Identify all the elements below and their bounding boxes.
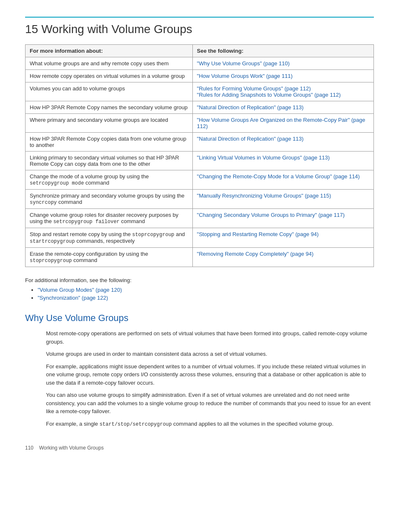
table-link[interactable]: "Manually Resynchronizing Volume Groups"… (197, 193, 331, 199)
table-cell-right: "Manually Resynchronizing Volume Groups"… (192, 190, 373, 209)
chapter-title-text: Working with Volume Groups (41, 23, 192, 36)
table-link[interactable]: "Removing Remote Copy Completely" (page … (197, 251, 314, 257)
info-table: For more information about: See the foll… (25, 44, 374, 267)
footer: 110 Working with Volume Groups (25, 445, 374, 451)
table-cell-right: "Removing Remote Copy Completely" (page … (192, 248, 373, 267)
table-cell-right: "How Volume Groups Work" (page 111) (192, 70, 373, 82)
table-cell-left: Change the mode of a volume group by usi… (26, 170, 193, 190)
why-use-heading: Why Use Volume Groups (25, 313, 374, 324)
table-row: Stop and restart remote copy by using th… (26, 228, 374, 248)
table-cell-left: Synchronize primary and secondary volume… (26, 190, 193, 209)
table-cell-right: "Stopping and Restarting Remote Copy" (p… (192, 228, 373, 248)
table-row: What volume groups are and why remote co… (26, 57, 374, 70)
why-paragraph: You can also use volume groups to simpli… (46, 391, 374, 416)
why-paragraph: Most remote-copy operations are performe… (46, 329, 374, 346)
page-title: 15 Working with Volume Groups (25, 17, 374, 36)
table-header-right: See the following: (192, 45, 373, 57)
table-link[interactable]: "Natural Direction of Replication" (page… (197, 104, 304, 111)
table-row: Where primary and secondary volume group… (26, 114, 374, 133)
table-row: How HP 3PAR Remote Copy names the second… (26, 101, 374, 114)
chapter-number: 15 (25, 23, 41, 36)
table-row: How remote copy operates on virtual volu… (26, 70, 374, 82)
table-cell-right: "Linking Virtual Volumes in Volume Group… (192, 152, 373, 170)
table-link[interactable]: "Rules for Forming Volume Groups" (page … (197, 85, 311, 92)
table-cell-right: "Rules for Forming Volume Groups" (page … (192, 82, 373, 101)
additional-link[interactable]: "Volume Group Modes" (page 120) (38, 287, 122, 293)
table-link[interactable]: "Stopping and Restarting Remote Copy" (p… (197, 231, 319, 237)
table-cell-left: Linking primary to secondary virtual vol… (26, 152, 193, 170)
table-row: How HP 3PAR Remote Copy copies data from… (26, 133, 374, 152)
table-cell-left: How HP 3PAR Remote Copy names the second… (26, 101, 193, 114)
table-link[interactable]: "Linking Virtual Volumes in Volume Group… (197, 154, 330, 161)
footer-section: Working with Volume Groups (39, 445, 104, 451)
table-cell-left: Where primary and secondary volume group… (26, 114, 193, 133)
additional-link-item: "Volume Group Modes" (page 120) (38, 287, 374, 293)
table-cell-right: "Changing the Remote-Copy Mode for a Vol… (192, 170, 373, 190)
table-row: Change the mode of a volume group by usi… (26, 170, 374, 190)
table-link[interactable]: "Why Use Volume Groups" (page 110) (197, 60, 290, 67)
table-cell-left: How remote copy operates on virtual volu… (26, 70, 193, 82)
why-paragraph: For example, a single start/stop/setrcop… (46, 420, 374, 428)
additional-info-intro: For additional information, see the foll… (25, 277, 374, 283)
why-use-body: Most remote-copy operations are performe… (46, 329, 374, 428)
table-row: Erase the remote-copy configuration by u… (26, 248, 374, 267)
table-link[interactable]: "How Volume Groups Work" (page 111) (197, 73, 293, 79)
table-row: Synchronize primary and secondary volume… (26, 190, 374, 209)
table-cell-left: How HP 3PAR Remote Copy copies data from… (26, 133, 193, 152)
why-paragraph: For example, applications might issue de… (46, 362, 374, 387)
footer-page-num: 110 (25, 445, 33, 451)
additional-links-list: "Volume Group Modes" (page 120)"Synchron… (38, 287, 374, 301)
table-link[interactable]: "Changing Secondary Volume Groups to Pri… (197, 212, 345, 218)
table-row: Linking primary to secondary virtual vol… (26, 152, 374, 170)
table-cell-left: Stop and restart remote copy by using th… (26, 228, 193, 248)
table-header-left: For more information about: (26, 45, 193, 57)
table-cell-left: Change volume group roles for disaster r… (26, 209, 193, 228)
table-link[interactable]: "Rules for Adding Snapshots to Volume Gr… (197, 92, 341, 98)
table-cell-left: Volumes you can add to volume groups (26, 82, 193, 101)
table-cell-right: "Why Use Volume Groups" (page 110) (192, 57, 373, 70)
table-cell-right: "Natural Direction of Replication" (page… (192, 133, 373, 152)
table-row: Volumes you can add to volume groups"Rul… (26, 82, 374, 101)
table-cell-right: "How Volume Groups Are Organized on the … (192, 114, 373, 133)
additional-info-section: For additional information, see the foll… (25, 277, 374, 301)
table-cell-left: What volume groups are and why remote co… (26, 57, 193, 70)
additional-link[interactable]: "Synchronization" (page 122) (38, 295, 108, 301)
table-cell-left: Erase the remote-copy configuration by u… (26, 248, 193, 267)
additional-link-item: "Synchronization" (page 122) (38, 295, 374, 301)
table-link[interactable]: "Natural Direction of Replication" (page… (197, 136, 304, 142)
table-cell-right: "Changing Secondary Volume Groups to Pri… (192, 209, 373, 228)
table-cell-right: "Natural Direction of Replication" (page… (192, 101, 373, 114)
table-link[interactable]: "Changing the Remote-Copy Mode for a Vol… (197, 173, 360, 180)
table-row: Change volume group roles for disaster r… (26, 209, 374, 228)
table-link[interactable]: "How Volume Groups Are Organized on the … (197, 117, 365, 129)
why-paragraph: Volume groups are used in order to maint… (46, 350, 374, 358)
